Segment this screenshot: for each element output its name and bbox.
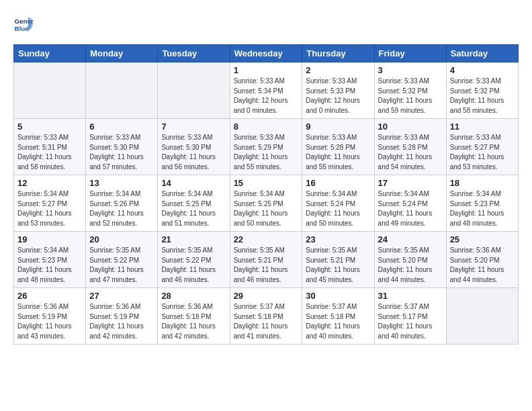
day-number: 8: [234, 122, 299, 132]
day-info: Sunrise: 5:35 AM Sunset: 5:20 PM Dayligh…: [378, 246, 443, 285]
day-number: 21: [161, 234, 226, 244]
day-info: Sunrise: 5:37 AM Sunset: 5:18 PM Dayligh…: [306, 302, 370, 341]
day-info: Sunrise: 5:36 AM Sunset: 5:19 PM Dayligh…: [17, 302, 82, 341]
calendar-cell: 5Sunrise: 5:33 AM Sunset: 5:31 PM Daylig…: [14, 119, 86, 175]
calendar-cell: 17Sunrise: 5:34 AM Sunset: 5:24 PM Dayli…: [374, 175, 446, 232]
calendar-cell: 4Sunrise: 5:33 AM Sunset: 5:32 PM Daylig…: [446, 62, 518, 119]
day-info: Sunrise: 5:36 AM Sunset: 5:18 PM Dayligh…: [161, 302, 226, 341]
weekday-header-row: SundayMondayTuesdayWednesdayThursdayFrid…: [14, 45, 519, 62]
day-info: Sunrise: 5:37 AM Sunset: 5:17 PM Dayligh…: [378, 302, 443, 341]
day-number: 10: [378, 122, 443, 132]
logo-icon: General Blue: [13, 13, 34, 34]
calendar-cell: 2Sunrise: 5:33 AM Sunset: 5:33 PM Daylig…: [302, 62, 374, 119]
logo: General Blue: [13, 13, 34, 34]
calendar-cell: 6Sunrise: 5:33 AM Sunset: 5:30 PM Daylig…: [86, 119, 158, 175]
day-number: 20: [89, 234, 154, 244]
day-info: Sunrise: 5:36 AM Sunset: 5:19 PM Dayligh…: [89, 302, 154, 341]
day-info: Sunrise: 5:34 AM Sunset: 5:25 PM Dayligh…: [161, 189, 226, 228]
day-info: Sunrise: 5:35 AM Sunset: 5:22 PM Dayligh…: [161, 246, 226, 285]
page: General Blue SundayMondayTuesdayWednesda…: [0, 0, 532, 351]
day-info: Sunrise: 5:33 AM Sunset: 5:28 PM Dayligh…: [378, 133, 443, 172]
day-number: 24: [378, 234, 443, 244]
day-number: 25: [450, 234, 515, 244]
day-number: 4: [450, 65, 515, 75]
day-number: 1: [234, 65, 299, 75]
day-info: Sunrise: 5:33 AM Sunset: 5:29 PM Dayligh…: [234, 133, 299, 172]
day-number: 29: [234, 291, 299, 301]
day-number: 30: [306, 291, 370, 301]
day-info: Sunrise: 5:34 AM Sunset: 5:27 PM Dayligh…: [17, 189, 82, 228]
day-info: Sunrise: 5:35 AM Sunset: 5:22 PM Dayligh…: [89, 246, 154, 285]
weekday-header-thursday: Thursday: [302, 45, 374, 62]
day-info: Sunrise: 5:33 AM Sunset: 5:30 PM Dayligh…: [89, 133, 154, 172]
calendar-week-row: 12Sunrise: 5:34 AM Sunset: 5:27 PM Dayli…: [14, 175, 519, 232]
calendar-cell: 29Sunrise: 5:37 AM Sunset: 5:18 PM Dayli…: [230, 288, 302, 345]
day-number: 22: [234, 234, 299, 244]
calendar-cell: 12Sunrise: 5:34 AM Sunset: 5:27 PM Dayli…: [14, 175, 86, 232]
svg-text:Blue: Blue: [15, 25, 30, 32]
calendar-cell: 20Sunrise: 5:35 AM Sunset: 5:22 PM Dayli…: [86, 232, 158, 288]
calendar-cell: 25Sunrise: 5:36 AM Sunset: 5:20 PM Dayli…: [446, 232, 518, 288]
calendar-cell: 26Sunrise: 5:36 AM Sunset: 5:19 PM Dayli…: [14, 288, 86, 345]
weekday-header-sunday: Sunday: [14, 45, 86, 62]
day-info: Sunrise: 5:35 AM Sunset: 5:21 PM Dayligh…: [306, 246, 370, 285]
day-info: Sunrise: 5:34 AM Sunset: 5:23 PM Dayligh…: [17, 246, 82, 285]
day-number: 13: [89, 178, 154, 188]
calendar-cell: 16Sunrise: 5:34 AM Sunset: 5:24 PM Dayli…: [302, 175, 374, 232]
day-info: Sunrise: 5:33 AM Sunset: 5:32 PM Dayligh…: [378, 77, 443, 116]
day-info: Sunrise: 5:33 AM Sunset: 5:34 PM Dayligh…: [234, 77, 299, 116]
day-number: 6: [89, 122, 154, 132]
calendar-cell: 3Sunrise: 5:33 AM Sunset: 5:32 PM Daylig…: [374, 62, 446, 119]
calendar-cell: 21Sunrise: 5:35 AM Sunset: 5:22 PM Dayli…: [158, 232, 230, 288]
calendar-cell: 15Sunrise: 5:34 AM Sunset: 5:25 PM Dayli…: [230, 175, 302, 232]
weekday-header-wednesday: Wednesday: [230, 45, 302, 62]
weekday-header-tuesday: Tuesday: [158, 45, 230, 62]
day-number: 18: [450, 178, 515, 188]
day-number: 11: [450, 122, 515, 132]
day-info: Sunrise: 5:33 AM Sunset: 5:28 PM Dayligh…: [306, 133, 370, 172]
day-number: 31: [378, 291, 443, 301]
calendar-cell: 13Sunrise: 5:34 AM Sunset: 5:26 PM Dayli…: [86, 175, 158, 232]
day-info: Sunrise: 5:34 AM Sunset: 5:23 PM Dayligh…: [450, 189, 515, 228]
day-number: 3: [378, 65, 443, 75]
day-number: 17: [378, 178, 443, 188]
calendar-cell: 30Sunrise: 5:37 AM Sunset: 5:18 PM Dayli…: [302, 288, 374, 345]
day-info: Sunrise: 5:37 AM Sunset: 5:18 PM Dayligh…: [234, 302, 299, 341]
calendar-cell: 19Sunrise: 5:34 AM Sunset: 5:23 PM Dayli…: [14, 232, 86, 288]
day-number: 16: [306, 178, 370, 188]
day-number: 7: [161, 122, 226, 132]
calendar-cell: [14, 62, 86, 119]
calendar-week-row: 1Sunrise: 5:33 AM Sunset: 5:34 PM Daylig…: [14, 62, 519, 119]
calendar-cell: 31Sunrise: 5:37 AM Sunset: 5:17 PM Dayli…: [374, 288, 446, 345]
calendar-cell: [86, 62, 158, 119]
day-number: 5: [17, 122, 82, 132]
day-info: Sunrise: 5:35 AM Sunset: 5:21 PM Dayligh…: [234, 246, 299, 285]
calendar-cell: 18Sunrise: 5:34 AM Sunset: 5:23 PM Dayli…: [446, 175, 518, 232]
day-number: 19: [17, 234, 82, 244]
day-info: Sunrise: 5:33 AM Sunset: 5:32 PM Dayligh…: [450, 77, 515, 116]
calendar-cell: 9Sunrise: 5:33 AM Sunset: 5:28 PM Daylig…: [302, 119, 374, 175]
weekday-header-friday: Friday: [374, 45, 446, 62]
day-info: Sunrise: 5:34 AM Sunset: 5:26 PM Dayligh…: [89, 189, 154, 228]
day-number: 27: [89, 291, 154, 301]
day-number: 9: [306, 122, 370, 132]
calendar-cell: 24Sunrise: 5:35 AM Sunset: 5:20 PM Dayli…: [374, 232, 446, 288]
weekday-header-monday: Monday: [86, 45, 158, 62]
day-number: 23: [306, 234, 370, 244]
day-number: 28: [161, 291, 226, 301]
day-number: 2: [306, 65, 370, 75]
day-number: 14: [161, 178, 226, 188]
calendar-cell: 1Sunrise: 5:33 AM Sunset: 5:34 PM Daylig…: [230, 62, 302, 119]
calendar-cell: 27Sunrise: 5:36 AM Sunset: 5:19 PM Dayli…: [86, 288, 158, 345]
header: General Blue: [13, 13, 519, 34]
day-info: Sunrise: 5:36 AM Sunset: 5:20 PM Dayligh…: [450, 246, 515, 285]
day-info: Sunrise: 5:33 AM Sunset: 5:30 PM Dayligh…: [161, 133, 226, 172]
day-number: 26: [17, 291, 82, 301]
calendar-cell: 10Sunrise: 5:33 AM Sunset: 5:28 PM Dayli…: [374, 119, 446, 175]
calendar-cell: 23Sunrise: 5:35 AM Sunset: 5:21 PM Dayli…: [302, 232, 374, 288]
calendar-cell: 22Sunrise: 5:35 AM Sunset: 5:21 PM Dayli…: [230, 232, 302, 288]
day-info: Sunrise: 5:34 AM Sunset: 5:24 PM Dayligh…: [378, 189, 443, 228]
calendar-table: SundayMondayTuesdayWednesdayThursdayFrid…: [13, 44, 519, 345]
calendar-cell: 8Sunrise: 5:33 AM Sunset: 5:29 PM Daylig…: [230, 119, 302, 175]
calendar-week-row: 26Sunrise: 5:36 AM Sunset: 5:19 PM Dayli…: [14, 288, 519, 345]
